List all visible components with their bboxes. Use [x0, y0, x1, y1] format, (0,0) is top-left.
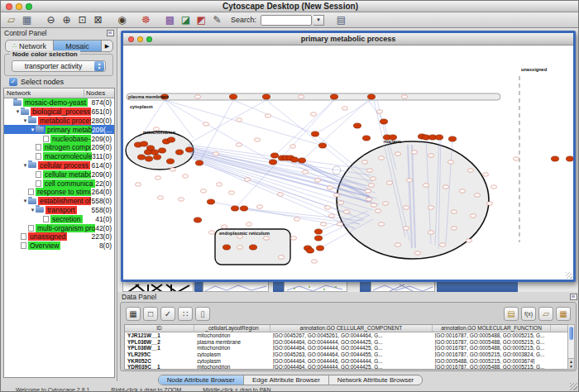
- network-node-selected[interactable]: [353, 123, 361, 128]
- network-node-small[interactable]: [216, 183, 222, 186]
- tab-network-attribute-browser[interactable]: Network Attribute Browser: [329, 375, 422, 385]
- network-node-selected[interactable]: [166, 159, 174, 164]
- network-node-small[interactable]: [256, 205, 262, 208]
- network-node-selected[interactable]: [318, 143, 326, 148]
- network-node-selected[interactable]: [262, 94, 270, 99]
- network-node-selected[interactable]: [314, 229, 322, 234]
- network-node-selected[interactable]: [566, 156, 573, 161]
- zoom-out-icon[interactable]: ⊖: [44, 13, 58, 26]
- network-node-selected[interactable]: [316, 246, 323, 251]
- network-node-small[interactable]: [203, 122, 208, 126]
- network-node-small[interactable]: [423, 184, 428, 187]
- table-row[interactable]: YJR121W__1mitochondrion[GO:0045267, GO:0…: [125, 332, 573, 339]
- network-node-small[interactable]: [428, 231, 433, 234]
- table-row[interactable]: YPL036W__2plasma membrane[GO:0044464, GO…: [125, 339, 573, 346]
- network-tree-row[interactable]: ▼cellular process614(0): [4, 161, 114, 170]
- network-tree-row[interactable]: ▼establishment of lo558(0): [4, 197, 114, 206]
- network-node-small[interactable]: [486, 202, 492, 205]
- scrollbar-arrows-icon[interactable]: ▲▼: [568, 358, 574, 369]
- network-node-selected[interactable]: [367, 94, 375, 99]
- network-node-small[interactable]: [327, 186, 333, 189]
- network-tree-row[interactable]: ▼transport558(0): [4, 206, 114, 215]
- minimized-window-thumbnail[interactable]: [371, 281, 435, 292]
- network-node-small[interactable]: [368, 184, 374, 187]
- network-edge[interactable]: [235, 100, 334, 208]
- network-node-selected[interactable]: [158, 148, 165, 153]
- frame-minimize-button[interactable]: [137, 36, 143, 42]
- network-node-small[interactable]: [406, 179, 412, 182]
- network-node-small[interactable]: [314, 179, 320, 182]
- tab-scroll-right-icon[interactable]: ▶: [102, 41, 112, 51]
- network-node-small[interactable]: [213, 152, 218, 155]
- node-color-combobox[interactable]: transporter activity ▲▼: [12, 60, 106, 72]
- network-edge[interactable]: [266, 100, 323, 146]
- network-node-small[interactable]: [208, 231, 214, 234]
- network-node-selected[interactable]: [269, 160, 276, 165]
- network-node-selected[interactable]: [207, 199, 214, 204]
- network-node-small[interactable]: [395, 152, 400, 155]
- layout-network-icon[interactable]: ◪: [179, 13, 193, 26]
- network-node-small[interactable]: [254, 138, 260, 141]
- tree-expand-icon[interactable]: ▼: [22, 198, 28, 203]
- network-tree-row[interactable]: macromolecule311(0): [4, 152, 114, 161]
- network-node-selected[interactable]: [330, 94, 337, 99]
- network-tree-row[interactable]: secretion41(0): [4, 214, 114, 223]
- tree-expand-icon[interactable]: ▼: [30, 208, 36, 213]
- data-panel-undock-icon[interactable]: [570, 294, 577, 300]
- network-node-small[interactable]: [290, 237, 296, 240]
- network-node-small[interactable]: [370, 177, 376, 180]
- network-node-selected[interactable]: [194, 218, 201, 222]
- network-node-small[interactable]: [182, 174, 188, 178]
- minimized-window-titlebar[interactable]: [437, 281, 518, 292]
- delete-attribute-icon[interactable]: ▯: [195, 307, 210, 321]
- attribute-notes-icon[interactable]: ▤: [504, 307, 519, 321]
- zoom-in-icon[interactable]: ⊕: [60, 13, 74, 26]
- network-node-small[interactable]: [237, 246, 242, 249]
- column-header[interactable]: ID: [125, 325, 194, 332]
- network-node-selected[interactable]: [175, 150, 183, 155]
- column-header[interactable]: annotation.GO CELLULAR_COMPONENT: [270, 325, 433, 332]
- network-node-small[interactable]: [311, 260, 317, 263]
- save-session-icon[interactable]: ▦: [20, 13, 34, 26]
- network-node-selected[interactable]: [290, 157, 298, 162]
- network-node-small[interactable]: [178, 198, 184, 201]
- network-node-small[interactable]: [403, 227, 409, 230]
- table-row[interactable]: YKR052Ccytoplasm[GO:0044464, GO:0044446,…: [125, 357, 573, 364]
- tree-expand-icon[interactable]: ▼: [30, 127, 36, 132]
- network-node-small[interactable]: [236, 118, 242, 122]
- search-input[interactable]: [261, 15, 312, 26]
- frame-resize-grip[interactable]: [566, 272, 572, 279]
- network-node-small[interactable]: [157, 196, 163, 199]
- attribute-table-scrollbar[interactable]: ▲▼: [567, 324, 575, 370]
- network-tree-header[interactable]: Network Nodes: [4, 88, 114, 98]
- tab-edge-attribute-browser[interactable]: Edge Attribute Browser: [244, 375, 329, 385]
- network-node-small[interactable]: [170, 168, 175, 171]
- network-tree-row[interactable]: nitrogen compo209(0): [4, 143, 114, 152]
- network-node-small[interactable]: [361, 160, 367, 164]
- network-node-small[interactable]: [443, 185, 448, 189]
- network-tree-row[interactable]: unassigned223(0): [4, 232, 114, 241]
- network-node-small[interactable]: [135, 183, 141, 186]
- minimized-window-titlebar[interactable]: [273, 281, 284, 292]
- scrollbar-thumb[interactable]: [569, 327, 573, 340]
- network-node-small[interactable]: [263, 237, 269, 240]
- network-node-small[interactable]: [375, 209, 380, 213]
- frame-close-button[interactable]: [128, 36, 134, 42]
- network-node-selected[interactable]: [306, 248, 313, 253]
- minimize-window-button[interactable]: [16, 3, 22, 10]
- network-node-small[interactable]: [474, 194, 480, 197]
- tree-expand-icon[interactable]: ▼: [22, 163, 28, 168]
- network-node-small[interactable]: [513, 157, 519, 160]
- snapshot-icon[interactable]: ◉: [115, 13, 129, 26]
- network-node-small[interactable]: [246, 222, 251, 226]
- network-node-selected[interactable]: [249, 245, 256, 250]
- network-node-selected[interactable]: [167, 137, 175, 142]
- network-node-small[interactable]: [366, 169, 372, 172]
- network-node-small[interactable]: [200, 189, 206, 193]
- network-node-small[interactable]: [428, 206, 433, 209]
- help-icon[interactable]: ☸: [139, 13, 153, 26]
- network-node-small[interactable]: [155, 176, 160, 179]
- open-session-icon[interactable]: ▱: [4, 13, 18, 26]
- network-node-small[interactable]: [302, 170, 308, 174]
- window-resize-grip[interactable]: [570, 383, 577, 390]
